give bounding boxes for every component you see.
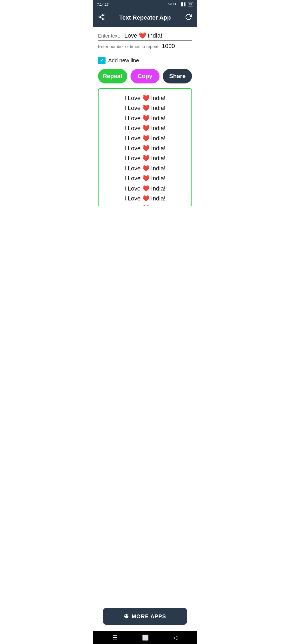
action-buttons-row: Repeat Copy Share	[98, 69, 192, 83]
output-line-12: I Love ❤️ India!	[101, 203, 189, 206]
svg-line-3	[100, 17, 102, 19]
output-line-11: I Love ❤️ India!	[101, 193, 189, 203]
signal-icon: ▐▌▌	[180, 2, 187, 6]
status-right: Vo LTE ▐▌▌ 75	[168, 2, 193, 6]
status-bar: 7:14:27 Vo LTE ▐▌▌ 75	[93, 0, 197, 9]
checkbox-row: ✓ Add new line	[98, 57, 192, 64]
output-box[interactable]: I Love ❤️ India! I Love ❤️ India! I Love…	[98, 88, 192, 206]
more-apps-label: MORE APPS	[132, 613, 166, 620]
copy-button[interactable]: Copy	[130, 69, 160, 83]
refresh-header-icon[interactable]	[185, 13, 192, 22]
number-input-label: Enter number of times to repeat:	[98, 44, 160, 49]
app-title: Text Repeater App	[105, 14, 185, 21]
output-line-4: I Love ❤️ India!	[101, 123, 189, 133]
output-line-8: I Love ❤️ India!	[101, 163, 189, 173]
add-newline-checkbox[interactable]: ✓	[98, 57, 106, 64]
checkmark-icon: ✓	[100, 57, 104, 63]
output-line-5: I Love ❤️ India!	[101, 133, 189, 143]
text-input-row: Enter text:	[98, 32, 192, 41]
bottom-nav-bar: ☰ ⬜ ◁	[93, 631, 197, 644]
output-line-10: I Love ❤️ India!	[101, 184, 189, 193]
more-apps-icon: ⊕	[124, 613, 129, 620]
output-line-2: I Love ❤️ India!	[101, 103, 189, 113]
signal-text: Vo LTE	[168, 2, 179, 6]
top-bar: Text Repeater App	[93, 9, 197, 27]
svg-line-4	[100, 15, 102, 16]
output-line-9: I Love ❤️ India!	[101, 173, 189, 183]
output-line-1: I Love ❤️ India!	[101, 93, 189, 103]
battery-icon: 75	[188, 2, 193, 6]
repeat-button[interactable]: Repeat	[98, 69, 127, 83]
share-header-icon[interactable]	[98, 13, 105, 22]
share-button[interactable]: Share	[163, 69, 192, 83]
number-input-row: Enter number of times to repeat:	[98, 43, 192, 51]
home-nav-icon[interactable]: ⬜	[142, 634, 149, 641]
more-apps-button[interactable]: ⊕ MORE APPS	[103, 608, 187, 625]
output-line-7: I Love ❤️ India!	[101, 153, 189, 163]
text-input[interactable]	[121, 32, 195, 39]
time: 7:14:27	[97, 2, 108, 6]
text-input-label: Enter text:	[98, 33, 120, 39]
number-input[interactable]	[162, 43, 186, 50]
menu-nav-icon[interactable]: ☰	[113, 634, 118, 641]
checkbox-label: Add new line	[108, 57, 139, 64]
back-nav-icon[interactable]: ◁	[173, 634, 177, 641]
output-line-6: I Love ❤️ India!	[101, 143, 189, 153]
main-content: Enter text: Enter number of times to rep…	[93, 27, 197, 608]
output-line-3: I Love ❤️ India!	[101, 113, 189, 123]
